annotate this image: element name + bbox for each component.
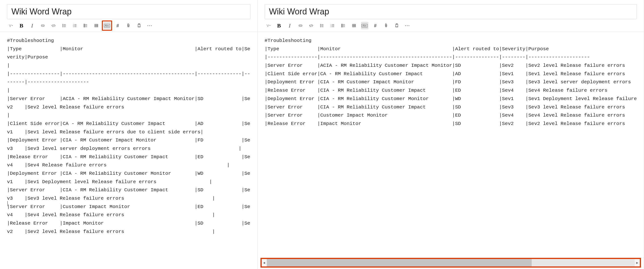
more-button[interactable]: ⋯ [146, 22, 154, 29]
title-input-container[interactable]: Wiki Word Wrap [265, 4, 637, 19]
numbered-list-button[interactable]: 123 [329, 22, 336, 29]
italic-button[interactable]: I [286, 22, 294, 29]
attachment-button[interactable] [382, 22, 390, 29]
scrollbar-track[interactable] [267, 259, 635, 266]
checklist-button[interactable] [82, 22, 89, 29]
header-button[interactable]: # [114, 22, 122, 29]
more-button[interactable]: ⋯ [404, 22, 411, 29]
attachment-button[interactable] [125, 22, 132, 29]
numbered-list-button[interactable]: 123 [71, 22, 78, 29]
svg-point-0 [62, 24, 63, 25]
checklist-button[interactable] [340, 22, 347, 29]
paste-button[interactable] [135, 22, 143, 29]
svg-rect-9 [95, 24, 98, 27]
svg-rect-21 [352, 24, 355, 27]
svg-rect-8 [84, 26, 85, 27]
svg-text:3: 3 [73, 26, 74, 28]
editor-pane-right: Wiki Word Wrap B I 123 [258, 0, 644, 269]
bold-button[interactable]: B [275, 22, 283, 29]
word-wrap-button[interactable]: Abc [103, 22, 111, 29]
format-dropdown-button[interactable] [7, 22, 14, 29]
table-button[interactable] [350, 22, 358, 29]
format-dropdown-button[interactable] [265, 22, 272, 29]
toolbar: B I 123 Abc # [258, 21, 644, 32]
code-button[interactable] [50, 22, 57, 29]
page-title: Wiki Word Wrap [12, 7, 72, 16]
word-wrap-button[interactable]: Abc [361, 22, 368, 29]
svg-rect-6 [84, 24, 85, 25]
svg-point-13 [320, 25, 321, 26]
editor-content[interactable]: #Troubleshooting |Type |Monitor |Alert r… [258, 32, 644, 269]
svg-point-1 [62, 25, 63, 26]
title-input-container[interactable]: Wiki Word Wrap [7, 4, 250, 19]
editor-content[interactable]: #Troubleshooting |Type |Monitor |Alert r… [0, 32, 258, 269]
svg-point-12 [320, 24, 321, 25]
horizontal-scrollbar[interactable]: ◄ ► [260, 258, 641, 267]
link-button[interactable] [39, 22, 46, 29]
header-button[interactable]: # [372, 22, 379, 29]
link-button[interactable] [297, 22, 304, 29]
svg-rect-18 [342, 24, 342, 25]
editor-pane-left: Wiki Word Wrap B I 123 [0, 0, 258, 269]
word-wrap-icon: Abc [362, 24, 368, 28]
word-wrap-icon: Abc [104, 24, 110, 28]
text-cursor [8, 201, 8, 206]
svg-rect-7 [84, 25, 85, 26]
bold-button[interactable]: B [18, 22, 25, 29]
svg-point-14 [320, 27, 321, 27]
code-button[interactable] [308, 22, 315, 29]
scroll-left-arrow-icon[interactable]: ◄ [262, 261, 267, 264]
table-button[interactable] [92, 22, 100, 29]
scrollbar-thumb[interactable] [267, 259, 532, 266]
scroll-right-arrow-icon[interactable]: ► [635, 261, 640, 264]
italic-button[interactable]: I [28, 22, 36, 29]
svg-rect-20 [342, 26, 342, 27]
paste-button[interactable] [393, 22, 400, 29]
bullet-list-button[interactable] [60, 22, 68, 29]
svg-point-2 [62, 27, 63, 27]
svg-rect-19 [342, 25, 342, 26]
toolbar: B I 123 Abc # [0, 21, 258, 32]
svg-text:3: 3 [330, 26, 331, 28]
bullet-list-button[interactable] [318, 22, 326, 29]
page-title: Wiki Word Wrap [269, 7, 329, 16]
